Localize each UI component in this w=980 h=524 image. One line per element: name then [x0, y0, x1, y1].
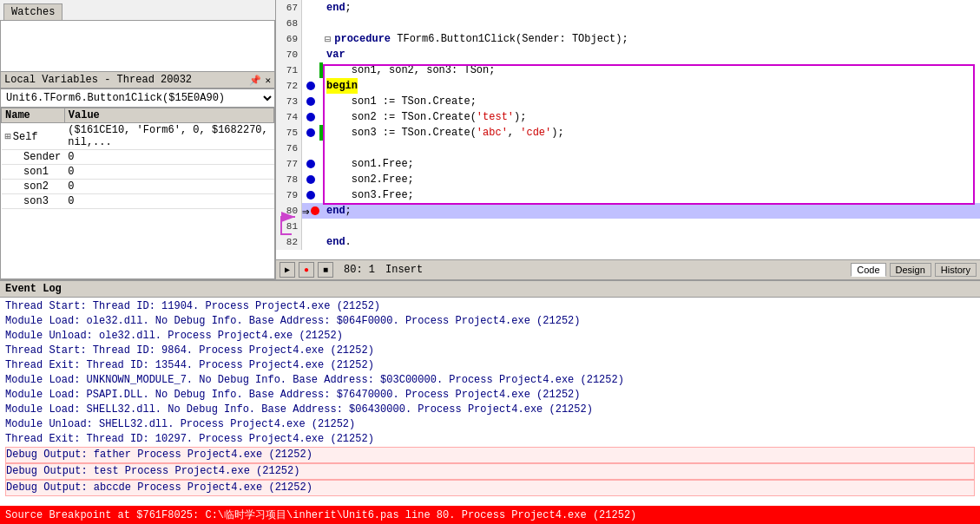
log-line-11[interactable]: Debug Output: test Process Project4.exe …: [5, 463, 975, 480]
line-gutter-80: ⇒: [302, 204, 319, 219]
current-line-arrow: ⇒: [302, 204, 309, 219]
line-gutter-78: [302, 175, 319, 184]
line-content-69: procedure TForm6.Button1Click(Sender: TO…: [331, 31, 980, 47]
code-line-80: 80⇒end;: [276, 203, 980, 219]
log-lines-container: Thread Start: Thread ID: 11904. Process …: [5, 299, 975, 496]
line-num-77: 77: [276, 156, 302, 172]
breakpoint-blue: [306, 128, 315, 137]
log-line-4[interactable]: Thread Exit: Thread ID: 13544. Process P…: [5, 358, 975, 373]
local-vars-controls: 📌 ✕: [249, 75, 271, 86]
line-num-73: 73: [276, 94, 302, 109]
code-line-76: 76: [276, 141, 980, 156]
tab-code[interactable]: Code: [851, 263, 885, 277]
code-line-69: 69⊟procedure TForm6.Button1Click(Sender:…: [276, 31, 980, 47]
line-num-82: 82: [276, 234, 302, 250]
breakpoint-blue: [306, 160, 315, 168]
log-line-10[interactable]: Debug Output: father Process Project4.ex…: [5, 447, 975, 463]
log-line-6[interactable]: Module Load: PSAPI.DLL. No Debug Info. B…: [5, 388, 975, 403]
line-num-69: 69: [276, 31, 302, 47]
log-line-3[interactable]: Thread Start: Thread ID: 9864. Process P…: [5, 344, 975, 358]
line-gutter-72: [302, 82, 319, 90]
var-value-0: ($161CE10, 'Form6', 0, $1682270, nil,...: [64, 123, 273, 150]
stop-button[interactable]: ■: [318, 262, 333, 278]
line-num-80: 80: [276, 203, 302, 219]
line-gutter-74: [302, 113, 319, 121]
log-line-12[interactable]: Debug Output: abccde Process Project4.ex…: [5, 480, 975, 496]
breakpoint-red: [311, 206, 319, 215]
code-line-74: 74 son2 := TSon.Create('test');: [276, 109, 980, 125]
line-num-67: 67: [276, 0, 302, 16]
line-content-72: begin: [323, 78, 980, 94]
line-num-70: 70: [276, 47, 302, 62]
insert-mode: Insert: [385, 264, 423, 276]
line-gutter-77: [302, 160, 319, 168]
code-line-78: 78 son2.Free;: [276, 172, 980, 187]
line-num-79: 79: [276, 187, 302, 203]
line-content-73: son1 := TSon.Create;: [323, 94, 980, 109]
code-line-75: 75 son3 := TSon.Create('abc', 'cde');: [276, 125, 980, 141]
tab-history[interactable]: History: [935, 263, 977, 277]
line-content-82: end.: [323, 234, 980, 250]
var-value-1: 0: [64, 150, 273, 165]
toolbar-left: ▶ ● ■: [280, 262, 333, 278]
breakpoint-blue: [306, 113, 315, 121]
code-line-73: 73 son1 := TSon.Create;: [276, 94, 980, 109]
line-content-80: end;: [323, 203, 980, 219]
var-value-4: 0: [64, 194, 273, 209]
code-toolbar: ▶ ● ■ 80: 1 Insert Code Design History: [276, 259, 980, 279]
breakpoint-blue: [306, 97, 315, 106]
watches-tab[interactable]: Watches: [3, 3, 62, 20]
name-col-header: Name: [2, 108, 65, 123]
log-line-7[interactable]: Module Load: SHELL32.dll. No Debug Info.…: [5, 403, 975, 417]
tab-design[interactable]: Design: [890, 263, 931, 277]
var-name-1: Sender: [2, 150, 65, 165]
var-name-0: ⊞Self: [2, 123, 65, 150]
log-line-8[interactable]: Module Unload: SHELL32.dll. Process Proj…: [5, 417, 975, 432]
log-line-1[interactable]: Module Load: ole32.dll. No Debug Info. B…: [5, 314, 975, 329]
log-line-9[interactable]: Thread Exit: Thread ID: 10297. Process P…: [5, 432, 975, 447]
code-line-77: 77 son1.Free;: [276, 156, 980, 172]
code-area: 67end;6869⊟procedure TForm6.Button1Click…: [276, 0, 980, 259]
code-line-67: 67end;: [276, 0, 980, 16]
line-num-71: 71: [276, 62, 302, 78]
log-line-5[interactable]: Module Load: UNKNOWN_MODULE_7. No Debug …: [5, 373, 975, 388]
line-content-78: son2.Free;: [323, 172, 980, 187]
line-num-68: 68: [276, 16, 302, 31]
event-log-section: Event Log Thread Start: Thread ID: 11904…: [0, 279, 980, 506]
line-num-81: 81: [276, 219, 302, 234]
local-vars-title: Local Variables - Thread 20032: [4, 74, 192, 86]
breakpoint-blue: [306, 191, 315, 200]
code-line-81: 81: [276, 219, 980, 234]
line-content-77: son1.Free;: [323, 156, 980, 172]
code-line-70: 70var: [276, 47, 980, 62]
line-num-78: 78: [276, 172, 302, 187]
line-content-79: son3.Free;: [323, 187, 980, 203]
watches-panel: [0, 20, 275, 72]
collapse-icon[interactable]: ⊟: [323, 33, 331, 46]
top-section: Watches Local Variables - Thread 20032 📌…: [0, 0, 980, 279]
local-vars-header: Local Variables - Thread 20032 📌 ✕: [0, 72, 275, 88]
code-line-82: 82end.: [276, 234, 980, 250]
close-local-vars-button[interactable]: ✕: [265, 75, 271, 86]
value-col-header: Value: [64, 108, 273, 123]
cursor-position: 80: 1: [344, 264, 375, 276]
pause-button[interactable]: ●: [299, 262, 314, 278]
var-value-3: 0: [64, 180, 273, 194]
status-bar: Source Breakpoint at $761F8025: C:\临时学习项…: [0, 506, 980, 524]
pin-button[interactable]: 📌: [249, 75, 261, 86]
breakpoint-blue: [306, 82, 315, 90]
line-num-74: 74: [276, 109, 302, 125]
event-log-content[interactable]: Thread Start: Thread ID: 11904. Process …: [0, 298, 980, 506]
line-num-75: 75: [276, 125, 302, 141]
thread-dropdown[interactable]: Unit6.TForm6.Button1Click($15E0A90): [0, 88, 275, 108]
vars-table: Name Value ⊞Self($161CE10, 'Form6', 0, $…: [0, 108, 275, 279]
line-content-67: end;: [323, 0, 980, 16]
line-num-76: 76: [276, 141, 302, 156]
var-name-3: son2: [2, 180, 65, 194]
code-line-71: 71 son1, son2, son3: TSon;: [276, 62, 980, 78]
left-panel: Watches Local Variables - Thread 20032 📌…: [0, 0, 276, 279]
log-line-0[interactable]: Thread Start: Thread ID: 11904. Process …: [5, 299, 975, 314]
log-line-2[interactable]: Module Unload: ole32.dll. Process Projec…: [5, 329, 975, 344]
run-button[interactable]: ▶: [280, 262, 295, 278]
breakpoint-blue: [306, 175, 315, 184]
